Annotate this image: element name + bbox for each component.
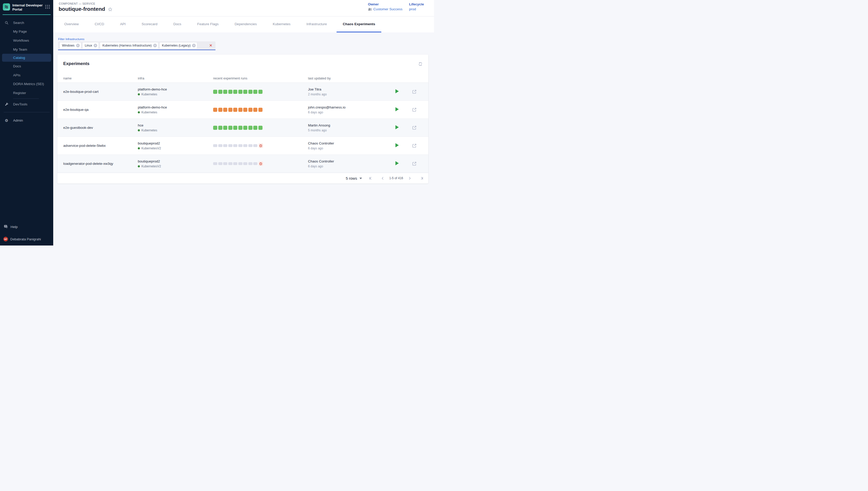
table-row[interactable]: e2e-boutique-prod-cart platform-demo-hce… — [57, 83, 428, 101]
table-body: e2e-boutique-prod-cart platform-demo-hce… — [57, 83, 428, 173]
run-experiment-button[interactable] — [396, 125, 399, 129]
run-square — [228, 144, 232, 147]
first-page-icon[interactable] — [369, 176, 373, 180]
tab-api[interactable]: API — [114, 17, 132, 32]
tab-dependencies[interactable]: Dependencies — [228, 17, 263, 32]
run-square — [218, 162, 223, 165]
tab-overview[interactable]: Overview — [58, 17, 85, 32]
open-in-new-icon[interactable] — [412, 89, 423, 94]
owner-block: Owner Customer Success — [368, 2, 402, 11]
breadcrumb: COMPONENT — SERVICE — [59, 2, 95, 5]
updated-by-name: Martin Ansong — [308, 123, 396, 127]
table-row[interactable]: adservice-pod-delete-5lwbx boutiqueprod2… — [57, 137, 428, 155]
tab-docs[interactable]: Docs — [167, 17, 187, 32]
infra-type: Kubernetes — [141, 92, 157, 96]
run-square — [218, 144, 223, 147]
filter-chip[interactable]: Kubernetes (Legacy) ✕ — [160, 42, 197, 49]
sidebar-item-register[interactable]: Register — [0, 88, 53, 97]
run-square — [223, 108, 227, 112]
help-chat-icon: ? — [4, 225, 8, 229]
previous-page-icon[interactable] — [381, 176, 385, 180]
run-square — [253, 126, 257, 130]
tab-feature-flags[interactable]: Feature Flags — [191, 17, 225, 32]
remove-chip-icon[interactable]: ✕ — [76, 44, 80, 47]
col-header-updated: last updated by — [308, 76, 396, 80]
rows-per-page-select[interactable]: 5 rows — [346, 176, 362, 180]
owner-link[interactable]: Customer Success — [368, 7, 402, 11]
open-in-new-icon[interactable] — [412, 161, 423, 166]
recent-runs — [213, 108, 308, 112]
run-square — [249, 90, 253, 94]
sidebar-item-apis[interactable]: APIs — [0, 71, 53, 80]
svg-text:?: ? — [5, 225, 6, 227]
favorite-star-icon[interactable] — [108, 7, 113, 12]
col-header-name: name — [63, 76, 138, 80]
experiment-name: e2e-boutique-qa — [63, 108, 138, 112]
remove-chip-icon[interactable]: ✕ — [94, 44, 97, 47]
user-menu[interactable]: DP Debabrata Panigrahi — [0, 235, 53, 243]
status-dot — [138, 129, 140, 132]
apps-grid-icon[interactable] — [45, 5, 50, 9]
experiment-name: loadgenerator-pod-delete-xw3qy — [63, 162, 138, 166]
updated-at: 5 months ago — [308, 128, 396, 132]
updated-by-name: Chaos Controller — [308, 160, 396, 163]
sidebar-item-admin[interactable]: ⚙ Admin — [0, 116, 53, 125]
filter-chip[interactable]: Linux ✕ — [83, 42, 99, 49]
page-range: 1-5 of 416 — [389, 176, 403, 180]
sidebar-nav: SearchMy PageWorkflowsMy TeamCatalogDocs… — [0, 15, 53, 97]
filter-chip[interactable]: Kubernetes (Harness Infrastructure) ✕ — [100, 42, 158, 49]
sidebar-item-my-team[interactable]: My Team — [0, 45, 53, 54]
tab-infrastructure[interactable]: Infrastructure — [300, 17, 333, 32]
tab-kubernetes[interactable]: Kubernetes — [267, 17, 297, 32]
status-dot — [138, 93, 140, 95]
tab-chaos-experiments[interactable]: Chaos Experiments — [337, 17, 381, 32]
remove-chip-icon[interactable]: ✕ — [153, 44, 157, 47]
tab-scorecard[interactable]: Scorecard — [136, 17, 164, 32]
sidebar-item-docs[interactable]: Docs — [0, 62, 53, 71]
user-name: Debabrata Panigrahi — [10, 237, 41, 241]
filter-chips: Windows ✕ Linux ✕ Kubernetes (Harness In… — [60, 42, 208, 49]
open-in-new-icon[interactable] — [412, 143, 423, 148]
table-row[interactable]: e2e-guestbook-dev hce Kubernetes Martin … — [57, 119, 428, 137]
last-page-icon[interactable] — [419, 176, 424, 180]
table-row[interactable]: loadgenerator-pod-delete-xw3qy boutiquep… — [57, 155, 428, 173]
filter-infrastructures-label[interactable]: Filter Infrastructures — [58, 37, 84, 40]
open-in-new-icon[interactable] — [412, 125, 423, 130]
run-square — [249, 144, 253, 147]
sidebar-item-workflows[interactable]: Workflows — [0, 36, 53, 45]
next-page-icon[interactable] — [408, 176, 412, 180]
sidebar-item-help[interactable]: ? Help — [0, 222, 53, 231]
sidebar-item-dora-metrics-sei-[interactable]: DORA Metrics (SEI) — [0, 80, 53, 89]
recent-runs — [213, 162, 308, 166]
nav-divider — [13, 98, 39, 99]
run-square — [228, 90, 232, 94]
run-experiment-button[interactable] — [396, 143, 399, 147]
filter-infrastructures-input[interactable]: Windows ✕ Linux ✕ Kubernetes (Harness In… — [58, 41, 215, 50]
lifecycle-value: prod — [409, 7, 424, 11]
open-in-new-icon[interactable] — [412, 107, 423, 112]
run-experiment-button[interactable] — [396, 161, 399, 165]
table-row[interactable]: e2e-boutique-qa platform-demo-hce Kubern… — [57, 101, 428, 119]
sidebar-item-search[interactable]: Search — [0, 18, 53, 27]
run-square — [218, 126, 223, 130]
run-square — [243, 144, 247, 147]
sidebar-item-catalog[interactable]: Catalog — [2, 54, 51, 62]
run-experiment-button[interactable] — [396, 107, 399, 111]
refresh-icon[interactable] — [418, 62, 423, 66]
remove-chip-icon[interactable]: ✕ — [192, 44, 196, 47]
run-square — [238, 126, 242, 130]
run-square — [243, 162, 247, 165]
tab-ci-cd[interactable]: CI/CD — [88, 17, 110, 32]
recent-runs — [213, 90, 308, 94]
run-experiment-button[interactable] — [396, 89, 399, 93]
clear-filters-icon[interactable]: ✕ — [208, 43, 213, 48]
infra-name: boutiqueprod2 — [138, 160, 213, 163]
infra-name: platform-demo-hce — [138, 87, 213, 91]
sidebar-item-devtools[interactable]: DevTools — [0, 100, 53, 109]
filter-chip[interactable]: Windows ✕ — [60, 42, 81, 49]
run-square — [253, 90, 257, 94]
recent-runs — [213, 126, 308, 130]
run-square — [253, 108, 257, 112]
sidebar-item-my-page[interactable]: My Page — [0, 27, 53, 36]
chevron-down-icon — [359, 178, 362, 179]
